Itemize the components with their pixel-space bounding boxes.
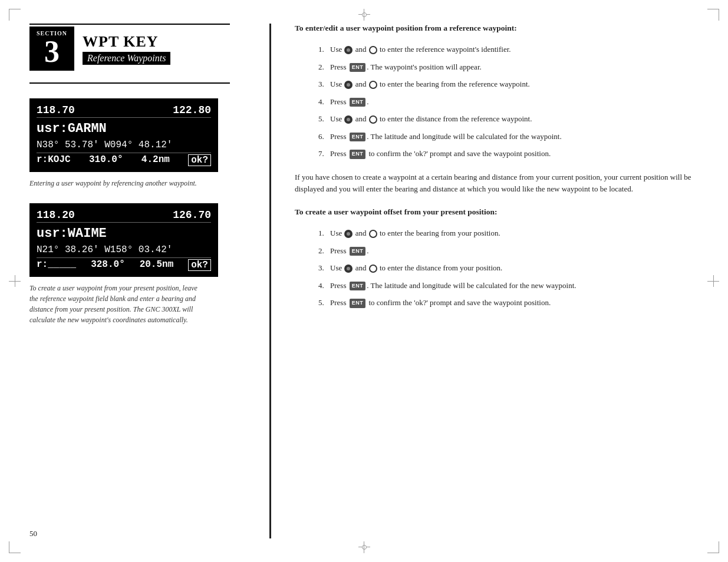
step-text-1-1: Use and to enter the reference waypoint'… (330, 44, 511, 55)
step-num-2-1: 1. (318, 227, 330, 239)
gps-usr-2: usr:WAIME (37, 225, 211, 243)
gps-bearing-2: 328.0° (91, 259, 125, 271)
step-num-1-7: 7. (318, 148, 330, 160)
gps-bearing-1: 310.0° (89, 154, 123, 166)
step-num-1-3: 3. (318, 78, 330, 90)
gps-dist-1: 4.2nm (141, 154, 170, 166)
page-number: 50 (29, 529, 37, 538)
gps-bottom-2: r:_____ 328.0° 20.5nm ok? (37, 257, 211, 271)
gps-ref-1: r:KOJC (37, 154, 71, 166)
gps-screen-2: 118.20 126.70 usr:WAIME N21° 38.26' W158… (29, 203, 218, 277)
step-text-1-2: Press ENT. The waypoint's position will … (330, 61, 482, 73)
ent-badge-1-2: ENT (350, 63, 366, 72)
step-num-2-5: 5. (318, 297, 330, 309)
caption-2: To create a user waypoint from your pres… (29, 283, 206, 325)
step-text-1-6: Press ENT. The latitude and longitude wi… (330, 131, 562, 143)
gps-ref-2: r:_____ (37, 259, 76, 271)
prose-block-1: If you have chosen to create a waypoint … (295, 171, 699, 196)
step-text-1-4: Press ENT. (330, 96, 368, 108)
gps-usr-1: usr:GARMN (37, 120, 211, 138)
ent-badge-1-7: ENT (350, 150, 366, 159)
section-header: SECTION 3 WPT KEY Reference Waypoints (29, 27, 218, 71)
left-column: SECTION 3 WPT KEY Reference Waypoints 11… (0, 0, 271, 562)
ent-badge-2-2: ENT (350, 247, 366, 256)
section-title-block: WPT KEY Reference Waypoints (83, 33, 170, 65)
step-2-4: 4. Press ENT. The latitude and longitude… (318, 280, 699, 292)
inner-knob-icon-2 (344, 81, 353, 89)
step-2-2: 2. Press ENT. (318, 245, 699, 257)
gps-coords-1: N38° 53.78' W094° 48.12' (37, 138, 211, 151)
section-title: WPT KEY (83, 33, 170, 51)
step-2-1: 1. Use and to enter the bearing from you… (318, 227, 699, 239)
section-header-wrap: SECTION 3 WPT KEY Reference Waypoints (29, 24, 230, 84)
step-num-2-3: 3. (318, 262, 330, 274)
step-text-2-2: Press ENT. (330, 245, 368, 257)
step-2-3: 3. Use and to enter the distance from yo… (318, 262, 699, 274)
right-column: To enter/edit a user waypoint position f… (271, 0, 728, 562)
step-1-6: 6. Press ENT. The latitude and longitude… (318, 131, 699, 143)
gps-freq-right-1: 122.80 (173, 104, 211, 116)
inner-knob-icon (344, 46, 353, 54)
gps-freq-left-1: 118.70 (37, 104, 75, 116)
step-2-5: 5. Press ENT to confirm the 'ok?' prompt… (318, 297, 699, 309)
gps-top-row-1: 118.70 122.80 (37, 104, 211, 118)
section-subtitle: Reference Waypoints (83, 52, 170, 65)
section-number: 3 (44, 37, 60, 67)
step-1-4: 4. Press ENT. (318, 96, 699, 108)
step-num-1-5: 5. (318, 113, 330, 125)
header-top-line (29, 24, 230, 25)
gps-freq-right-2: 126.70 (173, 209, 211, 221)
outer-knob-icon-3 (369, 115, 377, 124)
step-text-2-4: Press ENT. The latitude and longitude wi… (330, 280, 577, 292)
instruction-title-2: To create a user waypoint offset from yo… (295, 207, 699, 217)
gps-top-row-2: 118.20 126.70 (37, 209, 211, 223)
section-block: SECTION 3 (29, 27, 74, 71)
gps-freq-left-2: 118.20 (37, 209, 75, 221)
step-num-2-2: 2. (318, 245, 330, 257)
ent-badge-2-5: ENT (350, 299, 366, 308)
ent-badge-2-4: ENT (350, 282, 366, 291)
gps-screen-1: 118.70 122.80 usr:GARMN N38° 53.78' W094… (29, 98, 218, 172)
step-num-1-4: 4. (318, 96, 330, 108)
gps-ok-1: ok? (188, 154, 211, 166)
instruction-title-1: To enter/edit a user waypoint position f… (295, 24, 699, 33)
steps-list-1: 1. Use and to enter the reference waypoi… (318, 44, 699, 160)
inner-knob-icon-3 (344, 115, 353, 124)
step-1-1: 1. Use and to enter the reference waypoi… (318, 44, 699, 55)
ent-badge-1-4: ENT (350, 98, 366, 107)
step-text-1-5: Use and to enter the distance from the r… (330, 113, 532, 125)
gps-bottom-1: r:KOJC 310.0° 4.2nm ok? (37, 153, 211, 166)
step-num-1-1: 1. (318, 44, 330, 55)
outer-knob-icon-2 (369, 81, 377, 89)
step-text-2-1: Use and to enter the bearing from your p… (330, 227, 500, 239)
ent-badge-1-6: ENT (350, 133, 366, 142)
step-1-3: 3. Use and to enter the bearing from the… (318, 78, 699, 90)
step-1-5: 5. Use and to enter the distance from th… (318, 113, 699, 125)
step-num-1-2: 2. (318, 61, 330, 73)
gps-coords-2: N21° 38.26' W158° 03.42' (37, 243, 211, 256)
outer-knob-icon (369, 46, 377, 54)
step-1-2: 2. Press ENT. The waypoint's position wi… (318, 61, 699, 73)
step-1-7: 7. Press ENT to confirm the 'ok?' prompt… (318, 148, 699, 160)
step-text-2-5: Press ENT to confirm the 'ok?' prompt an… (330, 297, 551, 309)
gps-ok-2: ok? (188, 259, 211, 271)
gps-dist-2: 20.5nm (140, 259, 174, 271)
step-text-1-7: Press ENT to confirm the 'ok?' prompt an… (330, 148, 551, 160)
steps-list-2: 1. Use and to enter the bearing from you… (318, 227, 699, 309)
step-num-1-6: 6. (318, 131, 330, 143)
caption-1: Entering a user waypoint by referencing … (29, 178, 206, 189)
header-bottom-line (29, 82, 230, 84)
step-text-2-3: Use and to enter the distance from your … (330, 262, 502, 274)
outer-knob-icon-4 (369, 230, 377, 238)
page: SECTION 3 WPT KEY Reference Waypoints 11… (0, 0, 728, 562)
inner-knob-icon-4 (344, 230, 353, 238)
step-num-2-4: 4. (318, 280, 330, 292)
step-text-1-3: Use and to enter the bearing from the re… (330, 78, 530, 90)
inner-knob-icon-5 (344, 265, 353, 273)
outer-knob-icon-5 (369, 265, 377, 273)
